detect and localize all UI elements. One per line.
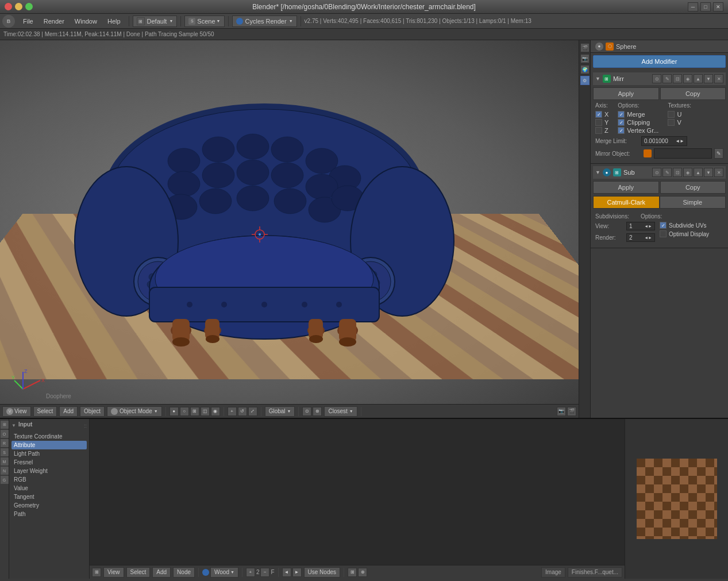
properties-render-icon[interactable]: 📷 bbox=[580, 54, 590, 63]
node-minus-btn[interactable]: − bbox=[260, 568, 269, 577]
tool-3[interactable]: R bbox=[1, 439, 9, 447]
mirror-object-pick-btn[interactable]: ✎ bbox=[714, 148, 723, 159]
input-panel-handle[interactable]: :: bbox=[84, 423, 87, 429]
input-triangle[interactable]: ▼ bbox=[11, 423, 16, 428]
tool-1[interactable]: ⊞ bbox=[1, 421, 9, 429]
input-light-path[interactable]: Light Path bbox=[11, 449, 87, 458]
material-selector[interactable]: Wood ▼ bbox=[210, 567, 238, 578]
subdivide-uvs-checkbox[interactable] bbox=[660, 222, 667, 229]
node-next-btn[interactable]: ► bbox=[292, 568, 302, 577]
win-close[interactable]: ✕ bbox=[713, 2, 723, 11]
material-mode-btn[interactable]: ◉ bbox=[211, 407, 220, 416]
maximize-button[interactable] bbox=[25, 3, 33, 10]
tool-5[interactable]: M bbox=[1, 457, 9, 465]
minimize-button[interactable] bbox=[15, 3, 22, 10]
viewport-3d[interactable]: X Y Z Doophere V View Select Add Object … bbox=[0, 40, 579, 418]
win-restore[interactable]: □ bbox=[700, 2, 711, 11]
subsurf-render-icon[interactable]: ⊙ bbox=[652, 168, 661, 177]
input-geometry[interactable]: Geometry bbox=[11, 501, 87, 510]
u-checkbox[interactable] bbox=[668, 111, 675, 118]
input-path[interactable]: Path bbox=[11, 510, 87, 518]
subsurf-edit-icon[interactable]: ✎ bbox=[662, 168, 672, 177]
z-checkbox[interactable] bbox=[595, 127, 602, 134]
menu-file[interactable]: File bbox=[18, 17, 38, 26]
add-modifier-btn[interactable]: Add Modifier bbox=[593, 55, 726, 68]
snap-toggle[interactable]: ⊙ bbox=[302, 407, 311, 416]
input-attribute[interactable]: Attribute bbox=[11, 441, 87, 449]
tool-2[interactable]: O bbox=[1, 430, 9, 438]
v-checkbox[interactable] bbox=[668, 119, 675, 126]
node-zoom-btn[interactable]: ⊕ bbox=[358, 568, 367, 577]
mirror-expand-icon[interactable]: ◈ bbox=[683, 74, 692, 83]
render-display-btn[interactable]: ● bbox=[170, 407, 179, 416]
render-engine-selector[interactable]: Cycles Render ▼ bbox=[232, 16, 297, 27]
mirror-delete-icon[interactable]: ✕ bbox=[714, 74, 723, 83]
merge-checkbox[interactable] bbox=[618, 111, 625, 118]
view-menu-btn[interactable]: V View bbox=[2, 406, 31, 417]
node-canvas[interactable]: ▼ Fresnel Fac IOR: 2.000 Normal bbox=[90, 419, 625, 579]
node-plus-btn[interactable]: + bbox=[246, 568, 255, 577]
scene-selector[interactable]: S Scene ▼ bbox=[184, 16, 224, 27]
subsurf-down-icon[interactable]: ▼ bbox=[704, 168, 713, 177]
node-node-btn[interactable]: Node bbox=[173, 567, 195, 578]
mode-selector[interactable]: Object Mode ▼ bbox=[107, 406, 162, 417]
tool-4[interactable]: S bbox=[1, 448, 9, 456]
tool-6[interactable]: N bbox=[1, 467, 9, 475]
texture-mode-btn[interactable]: ◫ bbox=[201, 407, 210, 416]
object-menu-btn[interactable]: Object bbox=[80, 406, 105, 417]
rotate-btn[interactable]: ↺ bbox=[238, 407, 247, 416]
subsurf-copy-btn[interactable]: Copy bbox=[660, 181, 726, 194]
solid-mode-btn[interactable]: ○ bbox=[180, 407, 189, 416]
node-editor-icon[interactable]: ⊞ bbox=[92, 568, 101, 577]
subsurf-expand-icon[interactable]: ◈ bbox=[683, 168, 692, 177]
node-add-btn[interactable]: Add bbox=[152, 567, 171, 578]
properties-object-icon[interactable]: ⚙ bbox=[580, 76, 590, 85]
subsurf-up-icon[interactable]: ▲ bbox=[694, 168, 703, 177]
scale-btn[interactable]: ⤢ bbox=[248, 407, 257, 416]
node-prev-btn[interactable]: ◄ bbox=[282, 568, 291, 577]
menu-render[interactable]: Render bbox=[39, 17, 69, 26]
y-checkbox[interactable] bbox=[595, 119, 602, 126]
render-subdiv-field[interactable]: 2 ◄► bbox=[626, 233, 655, 242]
snap-icon[interactable]: ⊗ bbox=[313, 407, 322, 416]
input-tangent[interactable]: Tangent bbox=[11, 492, 87, 501]
mirror-down-icon[interactable]: ▼ bbox=[704, 74, 713, 83]
view-subdiv-field[interactable]: 1 ◄► bbox=[626, 222, 655, 230]
subsurf-apply-btn[interactable]: Apply bbox=[593, 181, 659, 194]
subsurf-delete-icon[interactable]: ✕ bbox=[714, 168, 723, 177]
input-layer-weight[interactable]: Layer Weight bbox=[11, 467, 87, 475]
mirror-up-icon[interactable]: ▲ bbox=[694, 74, 703, 83]
subsurf-collapse-icon[interactable]: ▼ bbox=[595, 170, 600, 175]
input-fresnel[interactable]: Fresnel bbox=[11, 458, 87, 467]
subsurf-enable-toggle[interactable]: ● bbox=[603, 168, 611, 176]
close-button[interactable] bbox=[5, 3, 12, 10]
mirror-object-field[interactable] bbox=[654, 148, 712, 159]
clipping-checkbox[interactable] bbox=[618, 119, 625, 126]
wire-mode-btn[interactable]: ⊞ bbox=[190, 407, 199, 416]
simple-tab[interactable]: Simple bbox=[660, 196, 726, 209]
mirror-cage-icon[interactable]: ⊡ bbox=[673, 74, 682, 83]
workspace-selector[interactable]: ⊞ Default ▼ bbox=[133, 16, 178, 27]
render-btn[interactable]: 🎬 bbox=[567, 407, 576, 416]
add-menu-btn[interactable]: Add bbox=[59, 406, 78, 417]
transform-btn[interactable]: + bbox=[228, 407, 237, 416]
menu-window[interactable]: Window bbox=[70, 17, 102, 26]
mirror-copy-btn[interactable]: Copy bbox=[660, 87, 726, 100]
camera-btn[interactable]: 📷 bbox=[557, 407, 566, 416]
menu-help[interactable]: Help bbox=[103, 17, 125, 26]
node-grid-btn[interactable]: ⊞ bbox=[348, 568, 357, 577]
input-rgb[interactable]: RGB bbox=[11, 475, 87, 484]
x-checkbox[interactable] bbox=[595, 111, 602, 118]
input-texture-coord[interactable]: Texture Coordinate bbox=[11, 432, 87, 441]
image-panel-btn[interactable]: Image bbox=[541, 567, 565, 578]
finishes-panel-btn[interactable]: Finishes.F...quet... bbox=[568, 567, 622, 578]
snap-selector[interactable]: Closest ▼ bbox=[324, 406, 357, 417]
merge-limit-field[interactable]: 0.001000 ◄► bbox=[641, 136, 687, 146]
transform-orient-selector[interactable]: Global ▼ bbox=[265, 406, 295, 417]
properties-world-icon[interactable]: 🌍 bbox=[580, 65, 590, 74]
optimal-display-checkbox[interactable] bbox=[660, 230, 667, 237]
properties-scene-icon[interactable]: 🎬 bbox=[580, 43, 590, 52]
node-select-btn[interactable]: Select bbox=[126, 567, 151, 578]
catmull-clark-tab[interactable]: Catmull-Clark bbox=[593, 196, 660, 209]
node-view-btn[interactable]: View bbox=[103, 567, 124, 578]
